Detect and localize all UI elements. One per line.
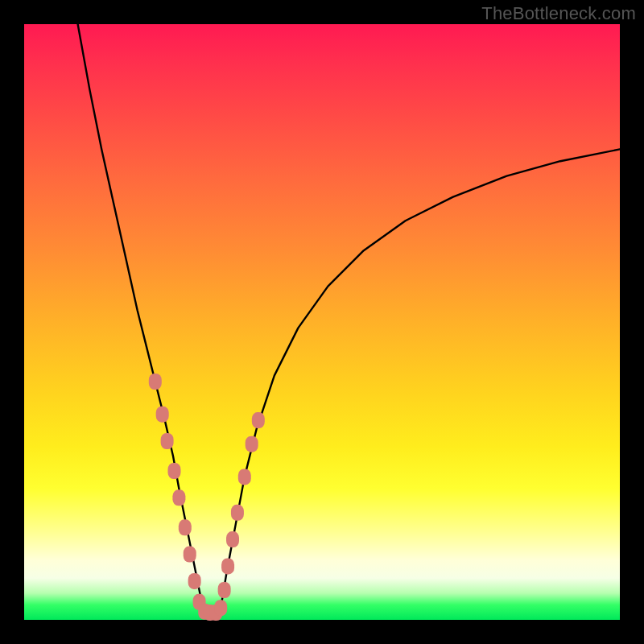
marker-point xyxy=(167,463,180,479)
marker-point xyxy=(218,582,231,598)
curve-layer xyxy=(78,24,620,609)
watermark-text: TheBottleneck.com xyxy=(481,3,636,24)
marker-point xyxy=(246,436,258,452)
plot-area xyxy=(24,24,620,620)
marker-point xyxy=(156,407,169,423)
chart-svg xyxy=(24,24,620,620)
outer-frame: TheBottleneck.com xyxy=(0,0,644,644)
marker-point xyxy=(238,469,251,485)
marker-point xyxy=(214,600,227,616)
marker-point xyxy=(179,519,192,535)
marker-point xyxy=(188,573,201,589)
marker-point xyxy=(231,505,244,521)
marker-layer xyxy=(149,374,265,621)
marker-point xyxy=(184,547,196,563)
marker-point xyxy=(161,433,174,449)
marker-point xyxy=(172,489,185,506)
marker-point xyxy=(252,412,265,428)
marker-point xyxy=(226,531,239,547)
curve-right-branch xyxy=(221,149,620,608)
marker-point xyxy=(149,374,162,390)
marker-point xyxy=(221,558,234,574)
